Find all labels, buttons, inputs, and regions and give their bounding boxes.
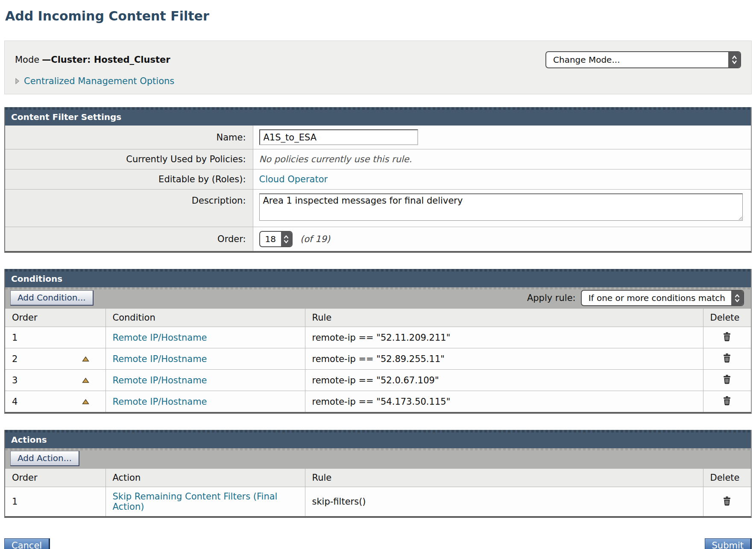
conditions-col-condition: Condition: [105, 309, 305, 327]
actions-col-order: Order: [5, 469, 105, 487]
condition-order-number: 1: [12, 333, 18, 343]
policies-value: No policies currently use this rule.: [253, 149, 751, 169]
trash-icon[interactable]: [722, 353, 732, 364]
condition-rule-text: remote-ip == "52.11.209.211": [305, 327, 703, 348]
conditions-section-header: Conditions: [5, 269, 751, 287]
mode-value: —Cluster: Hosted_Cluster: [42, 55, 170, 65]
conditions-toolbar: Add Condition... Apply rule: If one or m…: [5, 287, 751, 309]
footer-bar: Cancel Submit: [4, 538, 752, 549]
condition-row: 2Remote IP/Hostnameremote-ip == "52.89.2…: [5, 348, 751, 370]
settings-section-header: Content Filter Settings: [5, 107, 751, 126]
order-select-value: 18: [260, 232, 281, 246]
apply-rule-select-value: If one or more conditions match: [582, 291, 731, 305]
condition-link[interactable]: Remote IP/Hostname: [113, 397, 207, 407]
page-title: Add Incoming Content Filter: [5, 9, 752, 23]
editable-label: Editable by (Roles):: [5, 169, 253, 190]
select-spinner-icon: [731, 291, 743, 305]
conditions-col-delete: Delete: [703, 309, 751, 327]
condition-order-number: 3: [12, 375, 18, 385]
condition-link[interactable]: Remote IP/Hostname: [113, 375, 207, 385]
order-row: Order: 18 (of 19): [5, 227, 751, 251]
trash-icon[interactable]: [722, 374, 732, 385]
condition-link[interactable]: Remote IP/Hostname: [113, 333, 207, 343]
trash-icon[interactable]: [722, 496, 732, 507]
description-label: Description:: [5, 190, 253, 227]
policies-label: Currently Used by Policies:: [5, 149, 253, 169]
condition-rule-text: remote-ip == "52.0.67.109": [305, 370, 703, 391]
conditions-header-row: Order Condition Rule Delete: [5, 309, 751, 327]
add-condition-button[interactable]: Add Condition...: [10, 290, 94, 306]
add-action-button[interactable]: Add Action...: [10, 451, 79, 466]
action-link[interactable]: Skip Remaining Content Filters (Final Ac…: [113, 491, 278, 512]
conditions-table: Order Condition Rule Delete 1Remote IP/H…: [5, 309, 751, 412]
condition-rule-text: remote-ip == "52.89.255.11": [305, 348, 703, 370]
conditions-col-rule: Rule: [305, 309, 703, 327]
condition-row: 1Remote IP/Hostnameremote-ip == "52.11.2…: [5, 327, 751, 348]
move-up-triangle-icon[interactable]: [82, 377, 89, 383]
actions-col-rule: Rule: [305, 469, 703, 487]
order-total-text: (of 19): [300, 234, 330, 244]
select-spinner-icon: [281, 232, 292, 246]
order-label: Order:: [5, 227, 253, 251]
condition-rule-text: remote-ip == "54.173.50.115": [305, 391, 703, 412]
move-up-triangle-icon[interactable]: [82, 399, 89, 405]
description-row: Description: Area 1 inspected messages f…: [5, 190, 751, 227]
condition-row: 3Remote IP/Hostnameremote-ip == "52.0.67…: [5, 370, 751, 391]
select-spinner-icon: [728, 52, 740, 67]
action-order-number: 1: [12, 496, 18, 507]
actions-section: Actions Add Action... Order Action Rule …: [4, 430, 752, 518]
condition-order-number: 4: [12, 397, 18, 407]
centralized-management-link[interactable]: Centralized Management Options: [24, 76, 174, 86]
trash-icon[interactable]: [722, 331, 732, 342]
description-textarea[interactable]: Area 1 inspected messages for final deli…: [259, 193, 743, 221]
actions-col-action: Action: [105, 469, 305, 487]
move-up-triangle-icon[interactable]: [82, 356, 89, 362]
settings-form-table: Name: Currently Used by Policies: No pol…: [5, 126, 751, 251]
mode-panel: Mode—Cluster: Hosted_Cluster Change Mode…: [4, 41, 752, 94]
conditions-section: Conditions Add Condition... Apply rule: …: [4, 269, 752, 414]
action-row: 1Skip Remaining Content Filters (Final A…: [5, 487, 751, 517]
cancel-button[interactable]: Cancel: [4, 538, 50, 549]
actions-section-header: Actions: [5, 430, 751, 448]
policies-row: Currently Used by Policies: No policies …: [5, 149, 751, 169]
change-mode-select[interactable]: Change Mode...: [545, 51, 741, 68]
content-filter-settings-section: Content Filter Settings Name: Currently …: [4, 107, 752, 253]
condition-link[interactable]: Remote IP/Hostname: [113, 354, 207, 364]
order-select[interactable]: 18: [259, 231, 293, 247]
change-mode-select-value: Change Mode...: [546, 52, 728, 67]
apply-rule-select[interactable]: If one or more conditions match: [581, 290, 744, 306]
name-row: Name:: [5, 126, 751, 149]
name-label: Name:: [5, 126, 253, 149]
actions-toolbar: Add Action...: [5, 448, 751, 469]
mode-text: Mode—Cluster: Hosted_Cluster: [15, 55, 170, 65]
disclosure-triangle-icon[interactable]: [15, 78, 20, 85]
action-rule-text: skip-filters(): [305, 487, 703, 517]
submit-button[interactable]: Submit: [705, 538, 752, 549]
editable-row: Editable by (Roles): Cloud Operator: [5, 169, 751, 190]
condition-row: 4Remote IP/Hostnameremote-ip == "54.173.…: [5, 391, 751, 412]
apply-rule-label: Apply rule:: [527, 293, 576, 303]
mode-label: Mode: [15, 55, 39, 65]
name-input[interactable]: [259, 129, 418, 145]
editable-roles-link[interactable]: Cloud Operator: [259, 174, 328, 184]
conditions-col-order: Order: [5, 309, 105, 327]
actions-header-row: Order Action Rule Delete: [5, 469, 751, 487]
condition-order-number: 2: [12, 354, 18, 364]
trash-icon[interactable]: [722, 395, 732, 406]
actions-col-delete: Delete: [703, 469, 751, 487]
actions-table: Order Action Rule Delete 1Skip Remaining…: [5, 469, 751, 516]
